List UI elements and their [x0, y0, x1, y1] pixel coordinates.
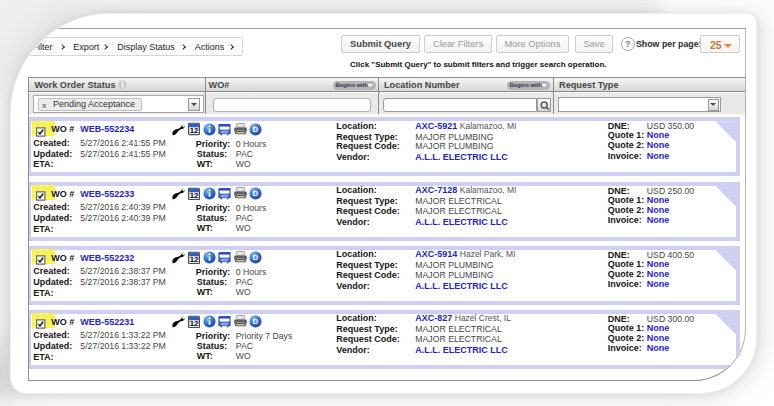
- svg-text:D: D: [253, 125, 259, 134]
- svg-text:D: D: [253, 317, 259, 326]
- svg-text:12: 12: [190, 127, 199, 136]
- svg-text:D: D: [253, 189, 259, 198]
- svg-text:12: 12: [190, 191, 199, 200]
- svg-text:D: D: [253, 253, 259, 262]
- svg-text:12: 12: [190, 319, 199, 328]
- svg-text:12: 12: [190, 255, 199, 264]
